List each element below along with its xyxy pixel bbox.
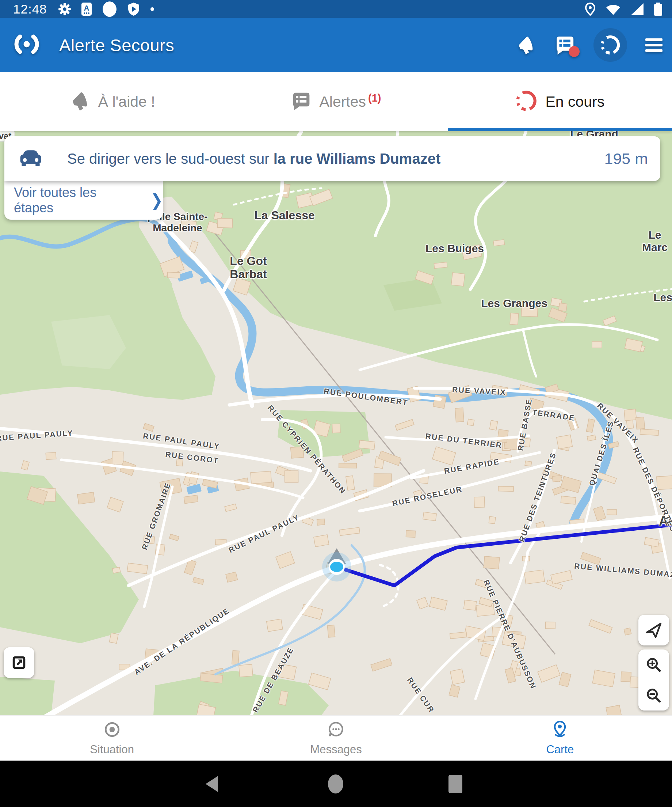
app-title: Alerte Secours (59, 35, 174, 55)
menu-button[interactable] (646, 38, 662, 52)
tab-ongoing[interactable]: En cours (448, 72, 672, 131)
app-bar: Alerte Secours (0, 18, 672, 72)
compass-arrow-icon (645, 621, 663, 639)
notification-dot-icon (102, 2, 117, 17)
map-pin-icon (551, 721, 569, 739)
all-steps-button[interactable]: Voir toutes les étapes ❯ (4, 181, 163, 220)
nav-messages-label: Messages (310, 743, 362, 756)
play-protect-icon (127, 2, 140, 16)
keyboard-icon: A (81, 3, 92, 16)
active-tab-indicator (448, 128, 672, 131)
map-place-label: Les Granges (481, 297, 548, 310)
navigation-instruction-card: Se diriger vers le sud-ouest sur la rue … (4, 136, 660, 181)
android-recents-button[interactable] (449, 775, 462, 793)
all-steps-label: Voir toutes les étapes (14, 185, 134, 216)
external-link-icon (11, 654, 27, 671)
svg-text:A: A (84, 4, 89, 12)
bottom-nav: Situation Messages Carte (0, 715, 672, 761)
battery-icon (654, 2, 662, 17)
zoom-controls (638, 649, 669, 711)
chevron-right-icon: ❯ (151, 191, 163, 210)
ongoing-alert-button[interactable] (594, 28, 627, 62)
tab-alerts-label: Alertes(1) (319, 93, 381, 110)
tab-ongoing-label: En cours (545, 93, 604, 110)
zoom-in-icon (646, 656, 662, 673)
messages-icon (327, 721, 345, 739)
expand-map-button[interactable] (4, 647, 34, 678)
unread-badge (569, 46, 579, 57)
gear-icon (58, 3, 71, 16)
signal-icon (631, 3, 644, 16)
android-navigation-bar (0, 761, 672, 807)
android-home-button[interactable] (328, 774, 343, 794)
nav-item-situation[interactable]: Situation (0, 716, 224, 761)
map-place-label: Le Got Barbat (230, 255, 266, 281)
map-place-label: Les Buiges (425, 242, 484, 255)
map-place-label: La Salesse (254, 209, 314, 222)
app-logo-icon (14, 33, 40, 56)
ongoing-progress-icon (515, 90, 537, 113)
tab-help-label: À l'aide ! (98, 93, 155, 110)
alerts-icon (291, 91, 311, 113)
situation-icon (103, 721, 121, 739)
map-place-label: Les (653, 291, 672, 304)
map-place-label: Le Marc (642, 229, 668, 253)
clock: 12:48 (13, 2, 47, 17)
tab-bar: À l'aide ! Alertes(1) En cours (0, 72, 672, 131)
tab-alerts[interactable]: Alertes(1) (224, 72, 448, 131)
messages-button[interactable] (554, 34, 575, 56)
nav-situation-label: Situation (90, 743, 134, 756)
zoom-in-button[interactable] (638, 649, 669, 680)
recenter-button[interactable] (638, 615, 669, 646)
instruction-text: Se diriger vers le sud-ouest sur la rue … (67, 151, 440, 167)
megaphone-button[interactable] (515, 35, 536, 55)
wifi-icon (606, 3, 621, 16)
zoom-out-icon (646, 687, 662, 704)
status-dot-icon (150, 7, 154, 11)
location-icon (584, 2, 596, 16)
car-icon (18, 148, 44, 169)
map-canvas[interactable]: vatLe GrandLa Salessepelle Sainte- Madel… (0, 131, 672, 715)
instruction-distance: 195 m (604, 150, 648, 168)
status-bar: 12:48 A (0, 0, 672, 18)
nav-item-messages[interactable]: Messages (224, 716, 448, 761)
tab-alerts-badge: (1) (368, 92, 381, 104)
tab-help[interactable]: À l'aide ! (0, 72, 224, 131)
megaphone-icon (69, 90, 90, 113)
android-back-button[interactable] (205, 776, 218, 792)
nav-carte-label: Carte (546, 743, 574, 756)
zoom-out-button[interactable] (638, 680, 669, 711)
nav-item-carte[interactable]: Carte (448, 716, 672, 761)
